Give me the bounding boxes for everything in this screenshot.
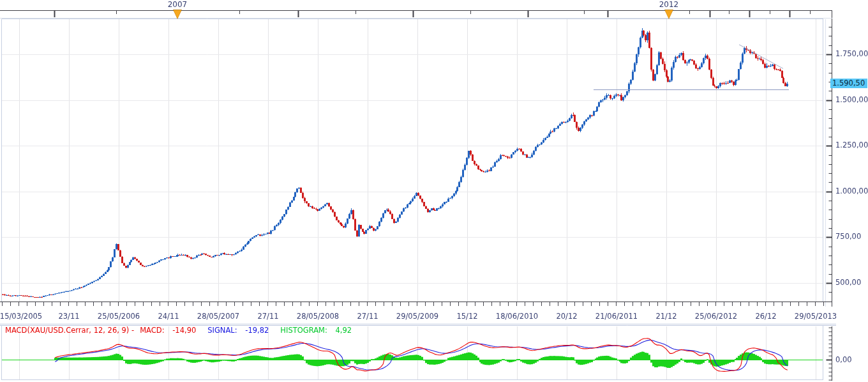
histogram-value: HISTOGRAM: 4,92	[280, 326, 357, 335]
price-axis-label: 1.750,00	[835, 50, 868, 58]
time-axis-label: 29/05/2013	[785, 312, 846, 321]
price-axis-label: 1.250,00	[835, 141, 868, 149]
price-axis-label: 1.500,00	[835, 96, 868, 104]
year-flag-icon	[665, 10, 673, 19]
macd-value: MACD: -14,90	[140, 326, 202, 335]
last-price-tag: 1.590,50	[830, 79, 867, 88]
year-marker-label-2012: 2012	[650, 1, 688, 9]
year-flag-icon	[174, 10, 181, 19]
price-axis-label: 750,00	[835, 233, 861, 241]
macd-legend: MACD(XAU/USD.Cerrar, 12, 26, 9) -MACD: -…	[5, 326, 363, 335]
price-chart-canvas[interactable]	[0, 0, 868, 382]
price-axis-label: 500,00	[835, 279, 861, 287]
chart-workspace: { "timeline": { "year_markers": [ {"labe…	[0, 0, 868, 382]
price-axis-label: 1.000,00	[835, 187, 868, 195]
macd-zero-axis-label: 0,00	[835, 356, 852, 364]
year-marker-label-2007: 2007	[158, 1, 197, 9]
macd-legend-title: MACD(XAU/USD.Cerrar, 12, 26, 9) -	[5, 326, 134, 335]
signal-value: SIGNAL: -19,82	[207, 326, 274, 335]
